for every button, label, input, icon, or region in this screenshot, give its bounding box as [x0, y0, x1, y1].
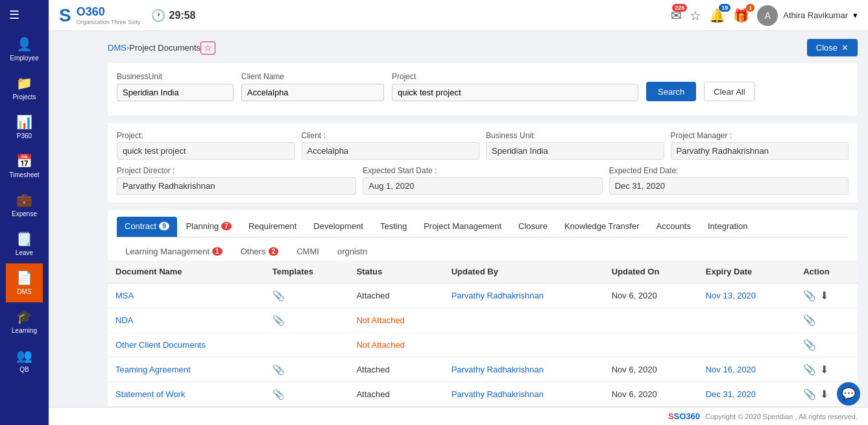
- client-name-input[interactable]: [241, 84, 384, 101]
- tab-accounts[interactable]: Accounts: [649, 217, 699, 237]
- template-cell: 📎: [265, 308, 349, 333]
- action-cell: 📎⬇: [795, 358, 858, 382]
- main-content: DMS › Project Documents ☆ Close ✕ Busine…: [97, 31, 868, 425]
- col-header-expiry-date: Expiry Date: [698, 260, 796, 284]
- chevron-down-icon: ▾: [853, 10, 858, 20]
- expiry-date-link[interactable]: Dec 31, 2020: [706, 389, 756, 399]
- start-date-field: Expected Start Date : Aug 1, 2020: [363, 166, 602, 195]
- doc-name-link[interactable]: NDA: [115, 315, 133, 325]
- project-field: Project: quick test project: [117, 131, 295, 160]
- download-icon[interactable]: ⬇: [820, 363, 828, 376]
- subtab-others[interactable]: Others2: [232, 243, 287, 260]
- updated-by-link[interactable]: Parvathy Radhakrishnan: [452, 365, 544, 374]
- table-body: MSA📎AttachedParvathy RadhakrishnanNov 6,…: [108, 284, 858, 426]
- upload-icon[interactable]: 📎: [803, 314, 816, 326]
- updated-by-link[interactable]: Parvathy Radhakrishnan: [452, 291, 544, 300]
- footer: SSO360 Copyright © 2020 Speridian , All …: [49, 407, 868, 425]
- sidebar-item-p360[interactable]: 📊 P360: [6, 108, 42, 147]
- start-date-value: Aug 1, 2020: [363, 177, 602, 195]
- logo-o360: O360 Organization Three Sixty: [77, 5, 141, 25]
- template-clip-icon[interactable]: 📎: [272, 389, 285, 400]
- template-clip-icon[interactable]: 📎: [272, 315, 285, 326]
- upload-icon[interactable]: 📎: [803, 388, 816, 400]
- action-cell: 📎: [795, 333, 858, 358]
- template-clip-icon[interactable]: 📎: [272, 290, 285, 301]
- doc-name-cell[interactable]: Statement of Work: [108, 382, 265, 407]
- expiry-date-link[interactable]: Nov 16, 2020: [706, 365, 756, 374]
- tabs-area: Contract9Planning7RequirementDevelopment…: [108, 210, 858, 260]
- subtab-label-others: Others: [241, 247, 266, 256]
- sub-tabs: Learning Management1Others2CMMIorgnistn: [117, 237, 849, 260]
- user-name: Athira Ravikumar: [783, 10, 848, 20]
- mail-icon-button[interactable]: ✉ 226: [671, 8, 682, 23]
- doc-name-cell[interactable]: NDA: [108, 308, 265, 333]
- subtab-learning_management[interactable]: Learning Management1: [117, 243, 231, 260]
- sidebar-item-leave[interactable]: 🗒️ Leave: [6, 225, 42, 263]
- bell-icon-button[interactable]: 🔔 19: [709, 8, 725, 23]
- col-header-templates: Templates: [265, 260, 349, 284]
- client-field: Client : Accelalpha: [302, 131, 480, 160]
- search-button[interactable]: Search: [646, 82, 696, 101]
- projects-icon: 📁: [16, 75, 32, 91]
- sidebar-item-employee[interactable]: 👤 Employee: [6, 30, 42, 69]
- bookmark-star-icon[interactable]: ☆: [200, 42, 215, 55]
- sidebar-item-expense[interactable]: 💼 Expense: [6, 186, 42, 225]
- download-icon[interactable]: ⬇: [820, 289, 828, 302]
- sidebar-item-timesheet[interactable]: 📅 Timesheet: [6, 147, 42, 186]
- tab-knowledge_transfer[interactable]: Knowledge Transfer: [557, 217, 647, 237]
- hamburger-button[interactable]: ☰: [0, 0, 49, 30]
- project-search-input[interactable]: [392, 84, 638, 101]
- sidebar-item-learning[interactable]: 🎓 Learning: [6, 302, 42, 341]
- col-header-document-name: Document Name: [108, 260, 265, 284]
- doc-name-cell[interactable]: MSA: [108, 284, 265, 308]
- tab-requirement[interactable]: Requirement: [241, 217, 304, 237]
- upload-icon[interactable]: 📎: [803, 339, 816, 351]
- doc-name-link[interactable]: Teaming Agreement: [115, 365, 191, 374]
- sidebar-item-dms[interactable]: 📄 DMS: [6, 263, 42, 302]
- dms-icon: 📄: [16, 270, 32, 285]
- star-icon-button[interactable]: ☆: [690, 8, 701, 23]
- expense-icon: 💼: [16, 192, 32, 208]
- expiry-date-link[interactable]: Nov 13, 2020: [706, 291, 756, 300]
- doc-name-cell[interactable]: Other Client Documents: [108, 333, 265, 358]
- updated-on-cell: Nov 6, 2020: [604, 358, 698, 382]
- tab-integration[interactable]: Integration: [700, 217, 755, 237]
- gift-icon-button[interactable]: 🎁 1: [733, 8, 749, 23]
- hamburger-icon: ☰: [9, 8, 19, 22]
- action-icons: 📎: [803, 339, 850, 351]
- sidebar: ☰ 👤 Employee📁 Projects📊 P360📅 Timesheet💼…: [0, 0, 49, 425]
- sidebar-item-projects[interactable]: 📁 Projects: [6, 69, 42, 108]
- upload-icon[interactable]: 📎: [803, 363, 816, 376]
- logo-s: S: [59, 5, 71, 26]
- tab-planning[interactable]: Planning7: [178, 217, 239, 237]
- upload-icon[interactable]: 📎: [803, 289, 816, 302]
- tab-project_management[interactable]: Project Management: [416, 217, 509, 237]
- action-cell: 📎⬇: [795, 284, 858, 308]
- subtab-cmmi[interactable]: CMMI: [288, 243, 328, 260]
- doc-name-cell[interactable]: Teaming Agreement: [108, 358, 265, 382]
- updated-by-link[interactable]: Parvathy Radhakrishnan: [452, 389, 544, 399]
- template-clip-icon[interactable]: 📎: [272, 364, 285, 375]
- close-button[interactable]: Close ✕: [807, 39, 858, 56]
- sidebar-item-qb[interactable]: 👥 QB: [6, 341, 42, 380]
- table-row: MSA📎AttachedParvathy RadhakrishnanNov 6,…: [108, 284, 858, 308]
- tab-testing[interactable]: Testing: [372, 217, 415, 237]
- subtab-orgnistn[interactable]: orgnistn: [329, 243, 376, 260]
- expiry-date-cell: [698, 333, 796, 358]
- tab-closure[interactable]: Closure: [511, 217, 555, 237]
- breadcrumb-dms[interactable]: DMS: [108, 43, 127, 53]
- tab-development[interactable]: Development: [306, 217, 371, 237]
- user-menu[interactable]: A Athira Ravikumar ▾: [757, 5, 858, 26]
- doc-name-link[interactable]: MSA: [115, 291, 134, 300]
- clear-all-button[interactable]: Clear All: [704, 82, 754, 101]
- end-date-field: Expected End Date: Dec 31, 2020: [609, 166, 849, 195]
- end-date-value: Dec 31, 2020: [609, 177, 849, 195]
- doc-name-link[interactable]: Other Client Documents: [115, 340, 206, 350]
- doc-name-link[interactable]: Statement of Work: [115, 389, 185, 399]
- table-row: Teaming Agreement📎AttachedParvathy Radha…: [108, 358, 858, 382]
- business-unit-input[interactable]: [117, 84, 234, 101]
- tab-contract[interactable]: Contract9: [117, 217, 177, 237]
- chat-bubble-button[interactable]: 💬: [837, 382, 860, 406]
- download-icon[interactable]: ⬇: [820, 388, 828, 400]
- status-badge: Attached: [356, 365, 389, 374]
